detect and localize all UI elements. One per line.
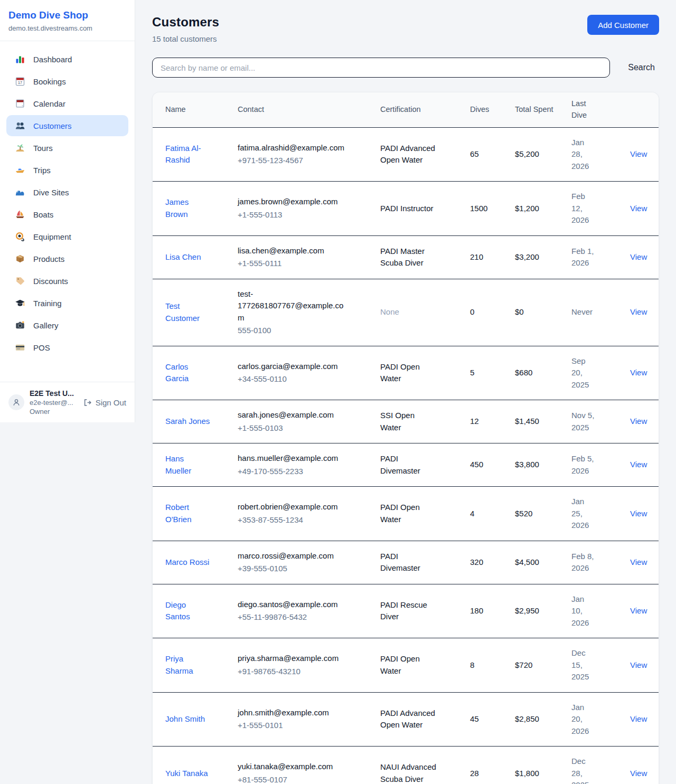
sidebar-item-label: Discounts xyxy=(33,277,68,286)
customer-name-link[interactable]: Hans Mueller xyxy=(165,454,191,475)
user-footer: E2E Test U... e2e-tester@... Owner Sign … xyxy=(0,382,135,422)
view-customer-link[interactable]: View xyxy=(630,149,647,158)
sidebar-item-dashboard[interactable]: Dashboard xyxy=(6,49,128,70)
sidebar-item-label: Calendar xyxy=(33,99,65,108)
sidebar-item-dive-sites[interactable]: Dive Sites xyxy=(6,182,128,203)
customer-name-link[interactable]: John Smith xyxy=(165,714,205,723)
calendar-icon xyxy=(15,98,25,109)
customer-name-link[interactable]: Diego Santos xyxy=(165,600,190,621)
customer-certification: SSI Open Water xyxy=(380,411,415,432)
customer-name-link[interactable]: James Brown xyxy=(165,197,189,219)
customer-last-dive: Nov 5, 2025 xyxy=(563,400,618,443)
customer-total-spent: $1,800 xyxy=(506,747,563,784)
customer-dives: 450 xyxy=(462,443,506,487)
customer-dives: 12 xyxy=(462,400,506,443)
sidebar-item-label: Equipment xyxy=(33,232,71,241)
customer-certification: None xyxy=(380,307,399,316)
sidebar-item-products[interactable]: Products xyxy=(6,248,128,269)
customer-dives: 0 xyxy=(462,279,506,346)
customer-row-marco-rossi: Marco Rossimarco.rossi@example.com+39-55… xyxy=(153,541,659,584)
sidebar-item-tours[interactable]: Tours xyxy=(6,137,128,158)
page-title: Customers xyxy=(152,15,219,30)
customer-certification: PADI Instructor xyxy=(380,204,434,213)
customer-last-dive: Jan 20, 2026 xyxy=(563,692,618,747)
customer-row-sarah-jones: Sarah Jonessarah.jones@example.com+1-555… xyxy=(153,400,659,443)
customer-name-link[interactable]: Yuki Tanaka xyxy=(165,769,208,778)
view-customer-link[interactable]: View xyxy=(630,368,647,377)
customer-row-robert-o-brien: Robert O'Brienrobert.obrien@example.com+… xyxy=(153,487,659,541)
wave-icon xyxy=(15,187,25,197)
customer-email: sarah.jones@example.com xyxy=(238,409,349,421)
customer-total-spent: $680 xyxy=(506,346,563,400)
view-customer-link[interactable]: View xyxy=(630,660,647,669)
graduation-cap-icon xyxy=(15,298,25,308)
customer-phone: +1-555-0111 xyxy=(238,258,349,270)
customer-last-dive: Feb 5, 2026 xyxy=(563,443,618,487)
credit-card-icon xyxy=(15,342,25,353)
customer-phone: +91-98765-43210 xyxy=(238,666,349,678)
sidebar-item-training[interactable]: Training xyxy=(6,292,128,314)
view-customer-link[interactable]: View xyxy=(630,252,647,261)
sidebar-item-bookings[interactable]: 17Bookings xyxy=(6,71,128,92)
customer-name-link[interactable]: Fatima Al-Rashid xyxy=(165,144,201,165)
customer-row-test-customer: Test Customertest-1772681807767@example.… xyxy=(153,279,659,346)
customers-table: NameContactCertificationDivesTotal Spent… xyxy=(153,92,659,784)
people-icon xyxy=(15,120,25,131)
view-customer-link[interactable]: View xyxy=(630,606,647,615)
customer-last-dive: Jan 10, 2026 xyxy=(563,584,618,638)
customer-dives: 320 xyxy=(462,541,506,584)
view-customer-link[interactable]: View xyxy=(630,769,647,778)
customer-phone: +81-555-0107 xyxy=(238,774,349,784)
search-button[interactable]: Search xyxy=(624,63,659,72)
bar-chart-icon xyxy=(15,54,25,64)
customer-last-dive: Feb 12, 2026 xyxy=(563,182,618,236)
customer-phone: +49-170-555-2233 xyxy=(238,466,349,478)
shop-name: Demo Dive Shop xyxy=(8,10,126,21)
view-customer-link[interactable]: View xyxy=(630,204,647,213)
customer-certification: NAUI Advanced Scuba Diver xyxy=(380,762,436,783)
customer-name-link[interactable]: Carlos Garcia xyxy=(165,362,189,383)
island-icon xyxy=(15,143,25,153)
user-name: E2E Test U... xyxy=(30,389,74,398)
customer-name-link[interactable]: Lisa Chen xyxy=(165,252,201,261)
sidebar-item-boats[interactable]: Boats xyxy=(6,204,128,225)
sidebar-item-calendar[interactable]: Calendar xyxy=(6,93,128,114)
customer-phone: +55-11-99876-5432 xyxy=(238,611,349,624)
sidebar: Demo Dive Shop demo.test.divestreams.com… xyxy=(0,0,135,422)
customer-name-link[interactable]: Marco Rossi xyxy=(165,558,209,566)
customer-dives: 4 xyxy=(462,487,506,541)
sidebar-item-gallery[interactable]: Gallery xyxy=(6,315,128,336)
view-customer-link[interactable]: View xyxy=(630,460,647,469)
view-customer-link[interactable]: View xyxy=(630,417,647,426)
customer-phone: +1-555-0113 xyxy=(238,209,349,221)
customer-name-link[interactable]: Robert O'Brien xyxy=(165,503,192,524)
customer-dives: 180 xyxy=(462,584,506,638)
sidebar-item-equipment[interactable]: Equipment xyxy=(6,226,128,247)
sidebar-item-trips[interactable]: Trips xyxy=(6,159,128,181)
view-customer-link[interactable]: View xyxy=(630,307,647,316)
customer-phone: +34-555-0110 xyxy=(238,373,349,385)
customer-email: lisa.chen@example.com xyxy=(238,245,349,257)
column-header-total-spent: Total Spent xyxy=(506,92,563,127)
view-customer-link[interactable]: View xyxy=(630,714,647,723)
view-customer-link[interactable]: View xyxy=(630,509,647,518)
sidebar-item-discounts[interactable]: Discounts xyxy=(6,270,128,291)
sidebar-item-pos[interactable]: POS xyxy=(6,337,128,358)
column-header-last-dive: Last Dive xyxy=(563,92,618,127)
customer-dives: 8 xyxy=(462,638,506,693)
customer-name-link[interactable]: Priya Sharma xyxy=(165,654,193,675)
customer-name-link[interactable]: Test Customer xyxy=(165,301,200,323)
customer-email: robert.obrien@example.com xyxy=(238,501,349,513)
search-input[interactable] xyxy=(152,58,610,78)
customer-email: diego.santos@example.com xyxy=(238,599,349,611)
table-header-row: NameContactCertificationDivesTotal Spent… xyxy=(153,92,659,127)
add-customer-button[interactable]: Add Customer xyxy=(587,15,659,35)
customer-name-link[interactable]: Sarah Jones xyxy=(165,417,210,426)
customer-certification: PADI Divemaster xyxy=(380,552,420,573)
sidebar-item-label: Gallery xyxy=(33,321,59,330)
customer-last-dive: Jan 28, 2026 xyxy=(563,127,618,182)
sidebar-item-customers[interactable]: Customers xyxy=(6,115,128,136)
view-customer-link[interactable]: View xyxy=(630,558,647,566)
sidebar-item-label: Dashboard xyxy=(33,55,72,64)
sign-out-button[interactable]: Sign Out xyxy=(83,398,126,407)
